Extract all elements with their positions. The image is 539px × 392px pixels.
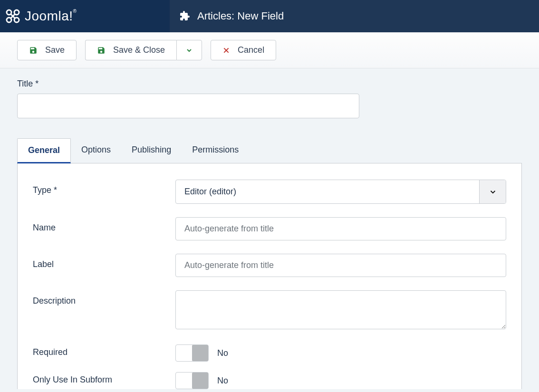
joomla-icon: [4, 7, 22, 25]
save-button[interactable]: Save: [17, 40, 77, 60]
name-input[interactable]: [175, 217, 506, 240]
page-title-bar: Articles: New Field: [170, 0, 539, 32]
tab-bar: General Options Publishing Permissions: [17, 138, 522, 163]
label-label: Label: [33, 254, 175, 269]
brand-name: Joomla!®: [25, 9, 77, 24]
title-input[interactable]: [17, 94, 359, 118]
description-textarea[interactable]: [175, 290, 506, 329]
brand-logo: Joomla!®: [0, 0, 170, 32]
required-value: No: [217, 348, 228, 358]
save-dropdown-button[interactable]: [176, 40, 202, 60]
app-header: Joomla!® Articles: New Field: [0, 0, 539, 32]
subform-toggle[interactable]: [175, 372, 209, 389]
subform-label: Only Use In Subform: [33, 372, 175, 385]
general-panel: Type * Editor (editor) Name Label: [17, 163, 522, 389]
puzzle-icon: [179, 10, 191, 22]
subform-value: No: [217, 376, 228, 386]
tab-options[interactable]: Options: [71, 138, 121, 163]
tab-publishing[interactable]: Publishing: [121, 138, 182, 163]
name-label: Name: [33, 217, 175, 233]
page-title: Articles: New Field: [197, 10, 284, 22]
description-label: Description: [33, 290, 175, 306]
action-toolbar: Save Save & Close Cancel: [0, 32, 539, 68]
label-input[interactable]: [175, 254, 506, 277]
save-close-group: Save & Close: [85, 40, 202, 60]
chevron-down-icon: [185, 47, 193, 54]
save-icon: [97, 46, 106, 55]
required-label: Required: [33, 344, 175, 357]
type-select[interactable]: Editor (editor): [175, 180, 506, 204]
tab-permissions[interactable]: Permissions: [182, 138, 249, 163]
tab-general[interactable]: General: [17, 138, 71, 163]
save-close-button[interactable]: Save & Close: [85, 40, 176, 60]
close-icon: [222, 47, 230, 54]
save-icon: [29, 46, 38, 55]
cancel-button[interactable]: Cancel: [211, 40, 276, 60]
type-label: Type *: [33, 180, 175, 195]
required-toggle[interactable]: [175, 344, 209, 362]
title-label: Title *: [17, 79, 522, 89]
type-value: Editor (editor): [176, 180, 479, 203]
chevron-down-icon: [479, 180, 506, 203]
